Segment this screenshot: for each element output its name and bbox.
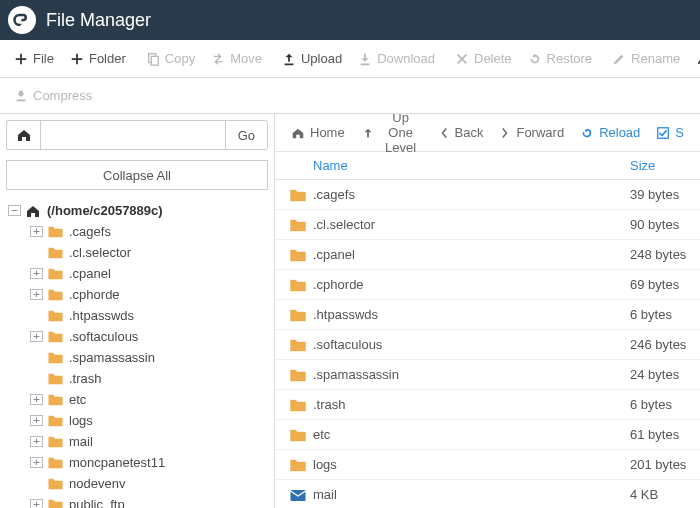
restore-icon <box>528 52 542 66</box>
tree-item[interactable]: .htpasswds <box>6 305 268 326</box>
list-row[interactable]: .spamassassin24 bytes <box>275 360 700 390</box>
toggle-icon[interactable]: − <box>8 205 21 216</box>
list-row[interactable]: .cagefs39 bytes <box>275 180 700 210</box>
toggle-icon[interactable]: + <box>30 394 43 405</box>
download-button[interactable]: Download <box>350 45 443 72</box>
tree-item[interactable]: +mail <box>6 431 268 452</box>
toggle-icon[interactable]: + <box>30 457 43 468</box>
toggle-icon[interactable]: + <box>30 289 43 300</box>
folder-icon <box>47 392 65 407</box>
list-row[interactable]: logs201 bytes <box>275 450 700 480</box>
move-button[interactable]: Move <box>203 45 270 72</box>
toggle-icon <box>30 310 43 321</box>
plus-icon <box>14 52 28 66</box>
toggle-icon[interactable]: + <box>30 331 43 342</box>
tree-item[interactable]: .trash <box>6 368 268 389</box>
folder-icon <box>47 497 65 508</box>
tree-item[interactable]: +.cagefs <box>6 221 268 242</box>
folder-icon <box>47 287 65 302</box>
folder-icon <box>47 476 65 491</box>
nav-selectall-button[interactable]: S <box>648 119 692 146</box>
toggle-icon <box>30 352 43 363</box>
compress-button[interactable]: Compress <box>6 82 100 109</box>
back-icon <box>438 126 450 140</box>
list-row[interactable]: .cl.selector90 bytes <box>275 210 700 240</box>
folder-button[interactable]: Folder <box>62 45 134 72</box>
row-size: 6 bytes <box>630 397 700 412</box>
tree-item[interactable]: +logs <box>6 410 268 431</box>
file-button[interactable]: File <box>6 45 62 72</box>
move-icon <box>211 52 225 66</box>
list-row[interactable]: etc61 bytes <box>275 420 700 450</box>
toggle-icon[interactable]: + <box>30 499 43 508</box>
list-row[interactable]: .htpasswds6 bytes <box>275 300 700 330</box>
tree-item-label: .trash <box>69 371 102 386</box>
row-size: 6 bytes <box>630 307 700 322</box>
edit-button[interactable]: Edit <box>688 45 700 72</box>
mail-icon <box>283 487 313 503</box>
tree-item-label: etc <box>69 392 86 407</box>
row-name: .cphorde <box>313 277 630 292</box>
home-path-button[interactable] <box>6 120 40 150</box>
toggle-icon[interactable]: + <box>30 415 43 426</box>
folder-icon <box>283 457 313 473</box>
rename-button[interactable]: Rename <box>604 45 688 72</box>
tree-item-label: .cagefs <box>69 224 111 239</box>
folder-icon <box>47 413 65 428</box>
upload-button[interactable]: Upload <box>274 45 350 72</box>
row-size: 246 bytes <box>630 337 700 352</box>
go-button[interactable]: Go <box>225 120 268 150</box>
header-size[interactable]: Size <box>630 158 700 173</box>
tree-item[interactable]: nodevenv <box>6 473 268 494</box>
titlebar: File Manager <box>0 0 700 40</box>
row-name: .cl.selector <box>313 217 630 232</box>
row-size: 201 bytes <box>630 457 700 472</box>
tree-item[interactable]: .cl.selector <box>6 242 268 263</box>
app-title: File Manager <box>46 10 151 31</box>
tree-item[interactable]: +etc <box>6 389 268 410</box>
tree-item[interactable]: +.cpanel <box>6 263 268 284</box>
folder-icon <box>283 187 313 203</box>
tree-item[interactable]: +moncpanetest11 <box>6 452 268 473</box>
copy-button[interactable]: Copy <box>138 45 203 72</box>
folder-icon <box>47 224 65 239</box>
list-row[interactable]: mail4 KB <box>275 480 700 508</box>
upload-icon <box>282 52 296 66</box>
header-name[interactable]: Name <box>283 158 630 173</box>
tree-item[interactable]: +public_ftp <box>6 494 268 508</box>
toggle-icon[interactable]: + <box>30 226 43 237</box>
collapse-all-button[interactable]: Collapse All <box>6 160 268 190</box>
tree-root[interactable]: − (/home/c2057889c) <box>6 200 268 221</box>
toggle-icon[interactable]: + <box>30 268 43 279</box>
list-row[interactable]: .cphorde69 bytes <box>275 270 700 300</box>
forward-icon <box>499 126 511 140</box>
copy-icon <box>146 52 160 66</box>
toolbar-secondary: Compress <box>0 78 700 114</box>
nav-forward-button[interactable]: Forward <box>491 119 572 146</box>
nav-reload-button[interactable]: Reload <box>572 119 648 146</box>
toggle-icon[interactable]: + <box>30 436 43 447</box>
tree-item[interactable]: +.cphorde <box>6 284 268 305</box>
nav-back-button[interactable]: Back <box>430 119 492 146</box>
nav-home-button[interactable]: Home <box>283 119 353 146</box>
delete-button[interactable]: Delete <box>447 45 520 72</box>
row-size: 90 bytes <box>630 217 700 232</box>
folder-icon <box>47 329 65 344</box>
list-row[interactable]: .softaculous246 bytes <box>275 330 700 360</box>
list-row[interactable]: .cpanel248 bytes <box>275 240 700 270</box>
list-row[interactable]: .trash6 bytes <box>275 390 700 420</box>
path-input[interactable] <box>40 120 225 150</box>
row-name: etc <box>313 427 630 442</box>
up-icon <box>361 126 375 140</box>
file-list: .cagefs39 bytes.cl.selector90 bytes.cpan… <box>275 180 700 508</box>
tree-item-label: .cphorde <box>69 287 120 302</box>
folder-icon <box>283 247 313 263</box>
restore-button[interactable]: Restore <box>520 45 601 72</box>
tree-item[interactable]: .spamassassin <box>6 347 268 368</box>
row-name: logs <box>313 457 630 472</box>
tree-item-label: .htpasswds <box>69 308 134 323</box>
tree-item[interactable]: +.softaculous <box>6 326 268 347</box>
tree-item-label: public_ftp <box>69 497 125 508</box>
toggle-icon <box>30 247 43 258</box>
navbar: Home Up One Level Back Forward Reload S <box>275 114 700 152</box>
